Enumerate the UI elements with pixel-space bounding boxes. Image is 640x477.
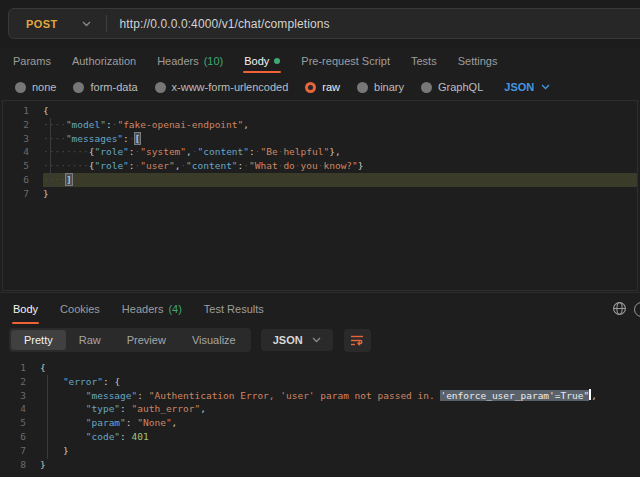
code-line[interactable]: 6 "code": 401 — [0, 430, 640, 444]
url-input-container[interactable]: POST http://0.0.0.0:4000/v1/chat/complet… — [8, 8, 640, 39]
code-line[interactable]: 5········{"role":·"user",·"content":·"Wh… — [3, 159, 637, 173]
radio-icon[interactable] — [15, 82, 26, 93]
body-mode-binary[interactable]: binary — [357, 81, 404, 93]
tab-authorization[interactable]: Authorization — [72, 48, 136, 73]
code-line[interactable]: 1{ — [0, 361, 640, 375]
code-line[interactable]: 3 "message": "Authentication Error, 'use… — [0, 389, 640, 403]
code-line[interactable]: 2····"model":·"fake-openai-endpoint", — [3, 118, 637, 132]
code-line[interactable]: 3····"messages":·[ — [3, 132, 637, 146]
body-language-label: JSON — [504, 81, 534, 93]
line-number: 6 — [0, 430, 40, 444]
tab-headers[interactable]: Headers(10) — [157, 48, 223, 73]
line-number: 2 — [0, 375, 40, 389]
code-text: "type": "auth_error", — [40, 402, 640, 416]
tab-label: Cookies — [60, 303, 100, 315]
code-line[interactable]: 1{ — [3, 104, 637, 118]
code-text: "error": { — [40, 375, 640, 389]
body-mode-x-www-form-urlencoded[interactable]: x-www-form-urlencoded — [155, 81, 289, 93]
chevron-down-icon — [312, 337, 321, 343]
tab-label: Headers — [122, 303, 164, 315]
radio-icon[interactable] — [73, 82, 84, 93]
tab-count-badge: (10) — [204, 55, 224, 67]
tab-tests[interactable]: Tests — [411, 48, 437, 73]
code-line[interactable]: 6····] — [3, 173, 637, 187]
tab-label: Headers — [157, 55, 199, 67]
response-language-dropdown[interactable]: JSON — [261, 329, 333, 351]
view-chip-preview[interactable]: Preview — [114, 330, 179, 350]
body-mode-row: noneform-datax-www-form-urlencodedrawbin… — [0, 74, 640, 100]
code-text: } — [43, 187, 637, 201]
body-mode-graphql[interactable]: GraphQL — [421, 81, 483, 93]
code-line[interactable]: 7} — [3, 187, 637, 201]
line-number: 5 — [3, 159, 43, 173]
line-number: 3 — [3, 132, 43, 146]
method-chevron-down-icon[interactable] — [82, 21, 91, 27]
body-language-dropdown[interactable]: JSON — [504, 81, 550, 93]
tab-params[interactable]: Params — [13, 48, 51, 73]
tab-label: Test Results — [204, 303, 264, 315]
tab-count-badge: (4) — [168, 303, 181, 315]
tab-cookies[interactable]: Cookies — [60, 293, 100, 324]
line-number: 5 — [0, 416, 40, 430]
code-text: ····"model":·"fake-openai-endpoint", — [43, 118, 637, 132]
tab-label: Tests — [411, 55, 437, 67]
line-number: 7 — [3, 187, 43, 201]
indent-guide — [47, 375, 48, 459]
tab-headers[interactable]: Headers(4) — [122, 293, 182, 324]
url-input[interactable]: http://0.0.0.0:4000/v1/chat/completions — [120, 17, 330, 31]
response-tabs: BodyCookiesHeaders(4)Test Results — [0, 292, 640, 324]
method-selector[interactable]: POST — [9, 18, 58, 30]
code-line[interactable]: 7 } — [0, 444, 640, 458]
body-mode-form-data[interactable]: form-data — [73, 81, 137, 93]
code-line[interactable]: 2 "error": { — [0, 375, 640, 389]
tab-test-results[interactable]: Test Results — [204, 293, 264, 324]
chevron-down-icon — [541, 84, 550, 90]
indent-guide — [50, 118, 51, 187]
clipped-icon[interactable] — [634, 302, 640, 317]
wrap-lines-icon — [350, 334, 364, 347]
radio-icon[interactable] — [421, 82, 432, 93]
body-mode-options: noneform-datax-www-form-urlencodedrawbin… — [15, 81, 483, 93]
line-number: 4 — [3, 145, 43, 159]
tab-body[interactable]: Body — [13, 293, 38, 324]
view-chip-visualize[interactable]: Visualize — [179, 330, 249, 350]
response-view-switcher: PrettyRawPreviewVisualize — [9, 328, 251, 352]
tab-pre-request-script[interactable]: Pre-request Script — [301, 48, 390, 73]
radio-icon[interactable] — [357, 82, 368, 93]
code-text: } — [40, 444, 640, 458]
divider — [106, 15, 107, 32]
wrap-lines-button[interactable] — [344, 329, 371, 352]
active-tab-underline — [243, 71, 281, 73]
response-body-editor[interactable]: 1{2 "error": {3 "message": "Authenticati… — [0, 357, 640, 477]
radio-icon[interactable] — [155, 82, 166, 93]
code-text: { — [40, 361, 640, 375]
tab-label: Settings — [458, 55, 498, 67]
code-text: } — [40, 458, 640, 472]
request-body-editor[interactable]: 1{2····"model":·"fake-openai-endpoint",3… — [2, 100, 638, 291]
code-text: ········{"role":·"user",·"content":·"Wha… — [43, 159, 637, 173]
body-mode-label: x-www-form-urlencoded — [172, 81, 289, 93]
line-number: 4 — [0, 402, 40, 416]
code-line[interactable]: 4 "type": "auth_error", — [0, 402, 640, 416]
view-chip-raw[interactable]: Raw — [66, 330, 114, 350]
body-mode-none[interactable]: none — [15, 81, 56, 93]
unsaved-dot-icon — [274, 58, 280, 64]
response-toolbar: PrettyRawPreviewVisualize JSON — [9, 325, 640, 355]
radio-selected-icon[interactable] — [305, 82, 316, 93]
body-mode-label: GraphQL — [438, 81, 483, 93]
body-mode-label: binary — [374, 81, 404, 93]
globe-icon[interactable] — [612, 301, 627, 318]
code-text: "code": 401 — [40, 430, 640, 444]
code-text: ········{"role":·"system",·"content":·"B… — [43, 145, 637, 159]
line-number: 8 — [0, 458, 40, 472]
code-line[interactable]: 4········{"role":·"system",·"content":·"… — [3, 145, 637, 159]
line-number: 1 — [0, 361, 40, 375]
tab-settings[interactable]: Settings — [458, 48, 498, 73]
body-mode-raw[interactable]: raw — [305, 81, 340, 93]
body-mode-label: none — [32, 81, 56, 93]
view-chip-pretty[interactable]: Pretty — [11, 330, 66, 350]
code-line[interactable]: 8} — [0, 458, 640, 472]
code-line[interactable]: 5 "param": "None", — [0, 416, 640, 430]
tab-body[interactable]: Body — [244, 48, 280, 73]
code-text: ····] — [43, 173, 637, 187]
